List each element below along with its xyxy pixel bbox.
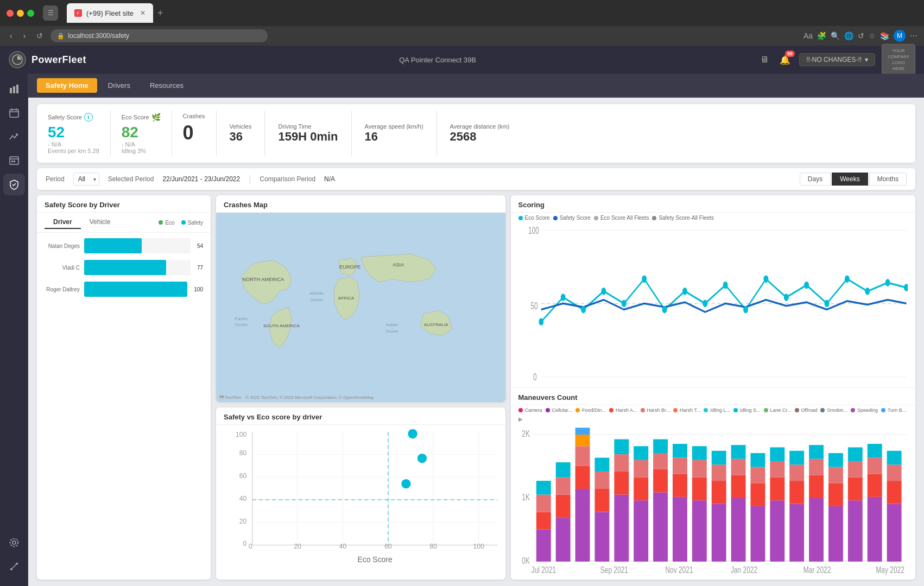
svg-point-55 [601, 288, 606, 295]
map-container: NORTH AMERICA SOUTH AMERICA EUROPE AFRIC… [216, 213, 505, 402]
extensions-icon[interactable]: 🧩 [817, 31, 826, 40]
active-tab[interactable]: F (+99) Fleet site ✕ [67, 3, 153, 23]
svg-point-58 [662, 306, 667, 314]
svg-rect-135 [770, 447, 784, 461]
driver-tab-driver[interactable]: Driver [45, 216, 81, 229]
no-changes-button[interactable]: !!-NO CHANGES-!! ▾ [799, 53, 875, 66]
sidebar-item-calendar[interactable] [3, 102, 25, 124]
globe-icon[interactable]: 🌐 [844, 31, 853, 40]
days-button[interactable]: Days [800, 173, 831, 186]
kpi-row: Safety Score ℹ 52 - N/A Events per km 5.… [37, 104, 915, 163]
svg-rect-114 [673, 457, 687, 474]
logo-text: PowerFleet [31, 54, 86, 66]
svg-rect-150 [847, 461, 862, 477]
new-tab-button[interactable]: + [155, 5, 166, 21]
svg-text:Jul 2021: Jul 2021 [531, 565, 555, 575]
svg-point-63 [763, 276, 768, 283]
svg-text:100: 100 [473, 543, 485, 550]
notification-button[interactable]: 🔔 99 [777, 53, 793, 67]
svg-text:Mar 2022: Mar 2022 [803, 565, 830, 575]
svg-rect-110 [653, 453, 668, 469]
svg-rect-106 [634, 460, 648, 477]
asia-label: ASIA [393, 262, 404, 267]
sidebar-item-tools[interactable] [3, 556, 25, 577]
svg-text:100: 100 [528, 225, 539, 236]
forward-button[interactable]: › [20, 29, 29, 42]
main-content: Safety Home Drivers Resources Safety Sco… [28, 74, 924, 586]
more-legend-icon[interactable]: ▶ [518, 416, 523, 422]
refresh2-icon[interactable]: ↺ [858, 31, 864, 40]
aA-icon[interactable]: Aa [803, 31, 813, 40]
svg-rect-102 [614, 454, 629, 472]
star-icon[interactable]: ☆ [869, 31, 876, 40]
svg-rect-93 [575, 446, 590, 466]
period-select-wrap[interactable]: All [73, 173, 99, 186]
svg-rect-10 [11, 161, 13, 162]
sidebar-item-safety[interactable] [3, 174, 25, 195]
safety-score-info-icon[interactable]: ℹ [84, 113, 93, 122]
more-icon[interactable]: ⋯ [910, 31, 917, 40]
app-container: PowerFleet QA Pointer Connect 39B 🖥 🔔 99… [0, 46, 924, 586]
address-bar[interactable]: 🔒 localhost:3000/safety [50, 29, 268, 42]
svg-point-65 [804, 282, 809, 289]
refresh-button[interactable]: ↺ [33, 29, 46, 42]
europe-label: EUROPE [339, 264, 360, 270]
kpi-avg-distance: Average distance (km) 2568 [437, 111, 523, 156]
svg-rect-117 [692, 477, 706, 500]
svg-point-60 [703, 300, 707, 308]
sidebar-item-settings[interactable] [3, 532, 25, 553]
svg-rect-121 [711, 481, 726, 504]
back-button[interactable]: ‹ [7, 29, 16, 42]
vehicles-label: Vehicles [230, 123, 252, 130]
bar-name-vladi: Vladi C [45, 265, 80, 271]
svg-rect-4 [10, 110, 18, 117]
search-browser-icon[interactable]: 🔍 [831, 31, 840, 40]
svg-text:40: 40 [239, 495, 247, 502]
minimize-button[interactable] [17, 10, 24, 17]
map-watermark: 🗺 TomTom © 2022 TomTom, © 2022 Microsoft… [219, 395, 374, 400]
svg-rect-130 [750, 467, 765, 483]
bar-row-natan: Natan Deges 54 [45, 238, 203, 253]
kpi-eco-score: Eco Score 🌿 82 - N/A Idling 3% [111, 111, 172, 156]
tab-title: (+99) Fleet site [86, 9, 134, 17]
svg-rect-108 [653, 492, 668, 562]
svg-text:Ocean: Ocean [310, 297, 323, 302]
subnav-safety-home[interactable]: Safety Home [37, 78, 97, 93]
sidebar-item-trends[interactable] [3, 126, 25, 148]
svg-rect-120 [711, 504, 726, 561]
tab-close-button[interactable]: ✕ [140, 9, 145, 17]
safety-score-chart-title: Safety Score by Driver [37, 195, 211, 213]
bar-value-roger: 100 [194, 286, 203, 292]
sidebar-toggle-icon[interactable]: ☰ [43, 5, 58, 21]
svg-text:Nov 2021: Nov 2021 [665, 565, 693, 575]
company-logo-box: YOUR COMPANY LOGO HERE [882, 44, 915, 76]
notification-badge: 99 [785, 50, 795, 57]
weeks-button[interactable]: Weeks [832, 173, 868, 186]
months-button[interactable]: Months [869, 173, 907, 186]
sidebar-bottom [3, 527, 25, 582]
svg-rect-138 [789, 464, 804, 481]
svg-point-53 [560, 294, 565, 301]
monitor-icon[interactable]: 🖥 [758, 53, 771, 67]
profile-icon[interactable]: M [894, 30, 906, 42]
subnav-resources[interactable]: Resources [141, 78, 192, 93]
collection-icon[interactable]: 📚 [880, 31, 889, 40]
svg-rect-99 [594, 457, 609, 472]
svg-rect-158 [887, 464, 901, 481]
scatter-chart-title: Safety vs Eco score by driver [216, 407, 505, 425]
bar-wrap-roger [84, 282, 187, 297]
period-select[interactable]: All [73, 173, 99, 186]
sidebar-item-analytics[interactable] [3, 78, 25, 100]
maximize-button[interactable] [27, 10, 34, 17]
svg-rect-101 [614, 472, 629, 495]
svg-rect-107 [634, 446, 648, 460]
subnav-drivers[interactable]: Drivers [99, 78, 139, 93]
close-button[interactable] [7, 10, 14, 17]
sidebar-item-schedule[interactable] [3, 150, 25, 171]
eco-score-sub: - N/A [122, 141, 161, 148]
legend-eco-score: Eco Score [518, 215, 550, 221]
svg-rect-140 [809, 498, 824, 561]
svg-rect-96 [594, 512, 609, 561]
svg-rect-91 [575, 488, 590, 561]
driver-tab-vehicle[interactable]: Vehicle [81, 216, 119, 229]
